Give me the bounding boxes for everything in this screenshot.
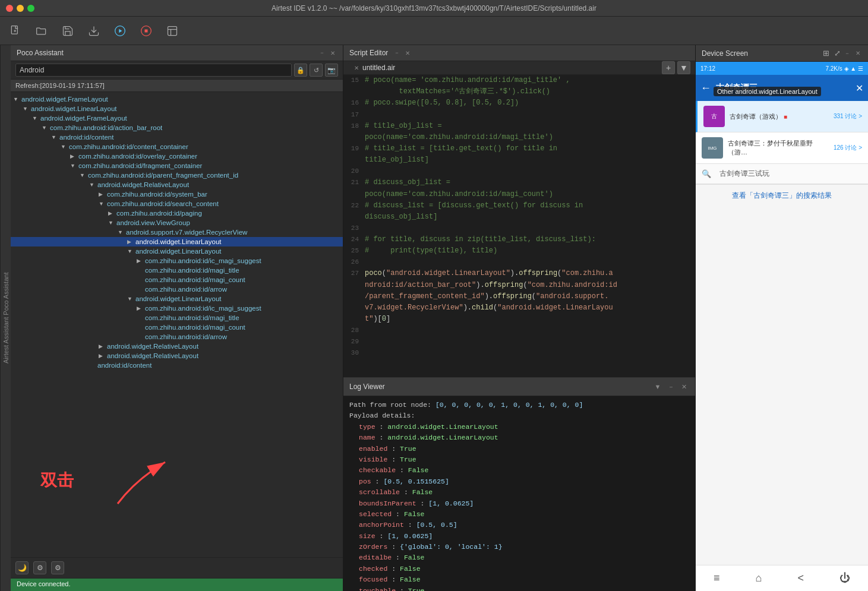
close-button[interactable] <box>6 5 13 12</box>
tree-arrow: ▶ <box>137 258 145 264</box>
code-line: discuss_obj_list] <box>343 211 695 223</box>
tree-item[interactable]: ▶ android.widget.RelativeLayout <box>11 342 343 351</box>
snapshot-icon-button[interactable]: 📷 <box>325 64 338 77</box>
lock-icon-button[interactable]: 🔒 <box>294 64 307 77</box>
tab-label: untitled.air <box>362 64 395 72</box>
device-header-controls: ⊞ ⤢ － ✕ <box>823 49 862 58</box>
tree-item[interactable]: ▼ android.widget.LinearLayout <box>11 246 343 256</box>
tree-item[interactable]: com.zhihu.android:id/magi_title <box>11 266 343 275</box>
line-content: poco(name='com.zhihu.android:id/magi_cou… <box>365 189 553 200</box>
device-close-button[interactable]: ✕ <box>854 49 862 58</box>
tree-item[interactable]: com.zhihu.android:id/arrow <box>11 285 343 294</box>
platform-dropdown[interactable]: Android iOS <box>15 64 292 77</box>
tree-item[interactable]: ▶ com.zhihu.android:id/paging <box>11 208 343 218</box>
poco-minimize-button[interactable]: － <box>318 49 326 57</box>
tree-item[interactable]: ▼ com.zhihu.android:id/content_container <box>11 142 343 151</box>
log-minimize-button[interactable]: － <box>665 381 676 392</box>
tab-close-icon[interactable]: ✕ <box>354 65 359 71</box>
tree-item[interactable]: ▶ com.zhihu.android:id/ic_magi_suggest <box>11 256 343 266</box>
tab-menu-button[interactable]: ▼ <box>677 61 690 74</box>
tree-item[interactable]: ▼ com.zhihu.android:id/parent_fragment_c… <box>11 170 343 180</box>
editor-tab-untitled[interactable]: ✕ untitled.air <box>348 62 401 74</box>
tree-item[interactable]: ▼ android.support.v7.widget.RecyclerView <box>11 227 343 237</box>
phone-list-item-2[interactable]: IMG 古剑奇谭三：梦付千秋星垂野（游… 126 讨论 > <box>696 132 868 164</box>
tree-item[interactable]: com.zhihu.android:id/magi_count <box>11 323 343 332</box>
phone-back-button[interactable]: ← <box>700 82 711 94</box>
phone-search-icon[interactable]: ✕ <box>856 83 863 94</box>
log-content[interactable]: Path from root node: [0, 0, 0, 0, 0, 1, … <box>343 396 695 591</box>
moon-button[interactable]: 🌙 <box>15 561 29 574</box>
airtest-button[interactable] <box>164 23 181 39</box>
code-area[interactable]: 15 # poco(name= 'com.zhihu.android:id/ma… <box>343 75 695 377</box>
tree-item[interactable]: ▼ android.widget.FrameLayout <box>11 94 343 104</box>
tree-node-label: com.zhihu.android:id/ic_magi_suggest <box>145 305 261 312</box>
phone-menu-button[interactable]: ≡ <box>714 572 720 584</box>
refresh-icon-button[interactable]: ↺ <box>310 64 323 77</box>
tree-item[interactable]: ▼ android.widget.LinearLayout <box>11 294 343 304</box>
export-button[interactable] <box>86 23 102 39</box>
tree-item[interactable]: ▶ com.zhihu.android:id/system_bar <box>11 189 343 199</box>
phone-footer-link[interactable]: 查看「古剑奇谭三」的搜索结果 <box>732 191 832 200</box>
code-line: t")[0] <box>343 314 695 325</box>
phone-search-row[interactable]: 🔍 古剑奇谭三试玩 <box>696 164 868 184</box>
run-button[interactable] <box>112 23 128 39</box>
maximize-button[interactable] <box>27 5 34 12</box>
tree-item[interactable]: ▼ android.view.ViewGroup <box>11 218 343 227</box>
tree-item[interactable]: ▼ com.zhihu.android:id/action_bar_root <box>11 123 343 132</box>
log-entry: pos : [0.5, 0.1515625] <box>359 476 689 487</box>
line-content: /parent_fragment_content_id").offspring(… <box>365 291 608 302</box>
line-number: 30 <box>343 347 365 359</box>
tree-arrow: ▶ <box>99 353 107 359</box>
phone-item-text-2: 古剑奇谭三：梦付千秋星垂野（游… <box>728 139 829 157</box>
tree-item[interactable]: ▼ android.widget.FrameLayout <box>11 113 343 123</box>
tree-item[interactable]: ▶ android.widget.RelativeLayout <box>11 351 343 361</box>
tree-item[interactable]: ▶ com.zhihu.android:id/overlay_container <box>11 151 343 161</box>
tree-item[interactable]: ▼ android:id/content <box>11 132 343 142</box>
main-layout: Airtest Assistant Poco Assistant Poco As… <box>0 45 868 591</box>
tree-item[interactable]: android:id/content <box>11 361 343 370</box>
tree-item[interactable]: ▼ com.zhihu.android:id/search_content <box>11 199 343 208</box>
tree-item[interactable]: ▶ com.zhihu.android:id/ic_magi_suggest <box>11 304 343 313</box>
tree-node-label: android.widget.RelativeLayout <box>97 181 189 188</box>
line-number: 21 <box>343 177 365 188</box>
minimize-button[interactable] <box>17 5 24 12</box>
poco-content-area: ▼ android.widget.FrameLayout ▼ android.w… <box>11 92 343 557</box>
grid-view-button[interactable]: ⊞ <box>823 49 829 58</box>
tree-item[interactable]: ▼ android.widget.RelativeLayout <box>11 180 343 189</box>
phone-home-button[interactable]: ⌂ <box>756 572 762 584</box>
editor-close-button[interactable]: ✕ <box>403 49 412 57</box>
open-folder-button[interactable] <box>33 23 50 39</box>
svg-rect-8 <box>168 26 177 35</box>
script-editor: Script Editor － ✕ ✕ untitled.air + ▼ <box>343 45 695 377</box>
tree-node-label: com.zhihu.android:id/search_content <box>107 200 219 207</box>
log-close-button[interactable]: ✕ <box>678 381 689 392</box>
phone-footer: 查看「古剑奇谭三」的搜索结果 <box>696 184 868 207</box>
ui-tree-view[interactable]: ▼ android.widget.FrameLayout ▼ android.w… <box>11 92 343 557</box>
phone-power-button[interactable]: ⏻ <box>839 572 850 584</box>
gear-button[interactable]: ⚙ <box>51 561 64 574</box>
tree-item[interactable]: ▼ com.zhihu.android:id/fragment_containe… <box>11 161 343 170</box>
selector-action-icons: 🔒 ↺ 📷 <box>294 64 338 77</box>
poco-close-button[interactable]: ✕ <box>329 49 337 57</box>
editor-minimize-button[interactable]: － <box>393 49 401 57</box>
log-entry: focused : False <box>359 574 689 585</box>
settings-button[interactable]: ⚙ <box>33 561 46 574</box>
tree-item[interactable]: com.zhihu.android:id/magi_title <box>11 313 343 323</box>
code-line: title_obj_list] <box>343 154 695 166</box>
expand-button[interactable]: ⤢ <box>834 49 841 58</box>
tree-item-selected[interactable]: ▶ android.widget.LinearLayout <box>11 237 343 246</box>
stop-button[interactable] <box>138 23 154 39</box>
new-file-button[interactable] <box>7 23 24 39</box>
tree-item[interactable]: ▼ android.widget.LinearLayout <box>11 104 343 113</box>
tree-arrow: ▶ <box>108 210 116 216</box>
svg-rect-0 <box>11 26 17 33</box>
device-minimize-button[interactable]: － <box>843 49 851 58</box>
add-tab-button[interactable]: + <box>662 61 675 74</box>
save-button[interactable] <box>59 23 76 39</box>
phone-list-item-1[interactable]: 古 古剑奇谭（游戏） ■ 331 讨论 > <box>696 101 868 132</box>
log-filter-button[interactable]: ▼ <box>652 381 663 392</box>
code-line: 22 # discuss_list = [discuss.get_text() … <box>343 200 695 211</box>
tree-item[interactable]: com.zhihu.android:id/arrow <box>11 332 343 342</box>
tree-item[interactable]: com.zhihu.android:id/magi_count <box>11 275 343 285</box>
phone-back-nav-button[interactable]: < <box>797 572 804 584</box>
